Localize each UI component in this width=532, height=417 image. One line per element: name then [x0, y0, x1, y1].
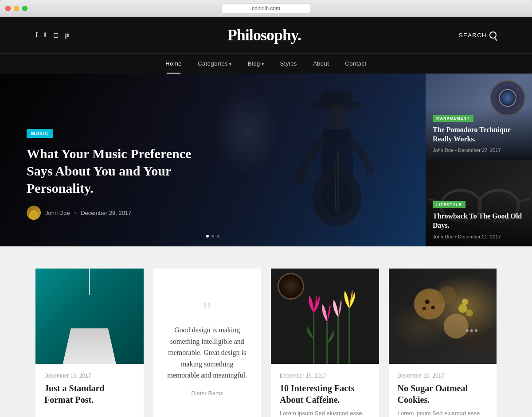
- browser-window: colorlib.com f 𝕥 ◻ 𝕡 Philosophy. SEARCH …: [0, 0, 532, 417]
- lamp-cord: [89, 269, 90, 295]
- card-2-tag: LIFESTYLE: [433, 201, 466, 208]
- hero-card-2-content: LIFESTYLE Throwback To The Good Old Days…: [426, 193, 532, 246]
- card-1-meta: John Doe • December 27, 2017: [433, 148, 525, 153]
- post-card-3[interactable]: December 15, 2017 10 Interesting Facts A…: [271, 269, 379, 417]
- hero-meta: John Doe • December 29, 2017: [27, 206, 217, 220]
- posts-section: December 15, 2017 Just a Standard Format…: [0, 246, 532, 417]
- avatar-face: [29, 210, 38, 220]
- minimize-button[interactable]: [14, 6, 19, 11]
- posts-grid: December 15, 2017 Just a Standard Format…: [35, 269, 497, 417]
- hero-card-1-content: MANAGEMENT The Pomodoro Technique Really…: [426, 106, 532, 160]
- card-2-title: Throwback To The Good Old Days.: [433, 212, 525, 230]
- card-1-tag: MANAGEMENT: [433, 115, 473, 122]
- site-header: f 𝕥 ◻ 𝕡 Philosophy. SEARCH: [0, 17, 532, 53]
- camera-lens: [499, 89, 516, 107]
- coffee-illustration: [271, 269, 379, 364]
- svg-point-26: [462, 299, 468, 305]
- slider-dot-3[interactable]: [217, 235, 219, 238]
- post-card-1-image: [35, 269, 144, 364]
- post-card-3-image: [271, 269, 379, 364]
- close-button[interactable]: [5, 6, 11, 11]
- hero-title: What Your Music Preference Says About Yo…: [27, 145, 217, 197]
- card-2-meta: John Doe • December 21, 2017: [433, 234, 525, 239]
- post-3-date: December 15, 2017: [280, 373, 370, 379]
- hero-content: MUSIC What Your Music Preference Says Ab…: [27, 129, 217, 220]
- search-icon: [489, 31, 497, 39]
- social-icons: f 𝕥 ◻ 𝕡: [35, 31, 70, 39]
- nav-item-blog[interactable]: Blog: [240, 54, 272, 74]
- hero-separator: •: [74, 210, 77, 216]
- svg-point-31: [470, 329, 473, 332]
- url-bar[interactable]: colorlib.com: [222, 4, 310, 13]
- quote-author: Dieter Rams: [191, 390, 223, 397]
- quote-text: Good design is making something intellig…: [164, 324, 250, 381]
- svg-point-29: [422, 307, 426, 310]
- browser-titlebar: colorlib.com: [0, 0, 532, 17]
- post-card-1[interactable]: December 15, 2017 Just a Standard Format…: [35, 269, 144, 417]
- hero-section: MUSIC What Your Music Preference Says Ab…: [0, 74, 532, 246]
- nav-item-about[interactable]: About: [305, 54, 337, 74]
- hero-author: John Doe: [45, 210, 70, 216]
- card-2-date: December 21, 2017: [458, 234, 501, 239]
- svg-point-23: [438, 286, 456, 304]
- svg-point-30: [466, 329, 468, 332]
- browser-dots: [5, 6, 27, 11]
- post-card-2[interactable]: " Good design is making something intell…: [153, 269, 262, 417]
- food-items: [389, 269, 497, 364]
- svg-point-32: [474, 329, 477, 332]
- card-2-author: John Doe: [433, 234, 454, 239]
- post-1-date: December 15, 2017: [44, 373, 135, 379]
- hero-category-tag: MUSIC: [27, 129, 53, 138]
- hero-sidebar: MANAGEMENT The Pomodoro Technique Really…: [426, 74, 532, 246]
- instagram-icon[interactable]: ◻: [53, 31, 59, 39]
- facebook-icon[interactable]: f: [35, 31, 38, 39]
- nav-item-contact[interactable]: Contact: [337, 54, 374, 74]
- card-1-date: December 27, 2017: [458, 148, 501, 153]
- post-4-excerpt: Lorem ipsum Sed eiusmod esse: [398, 409, 488, 417]
- svg-point-25: [466, 309, 473, 316]
- post-4-date: December 10, 2017: [398, 373, 488, 379]
- nav-item-styles[interactable]: Styles: [272, 54, 305, 74]
- site-logo[interactable]: Philosophy.: [227, 26, 301, 44]
- search-label: SEARCH: [459, 32, 487, 39]
- svg-point-22: [443, 314, 468, 339]
- card-1-author: John Doe: [433, 148, 454, 153]
- hero-card-2[interactable]: LIFESTYLE Throwback To The Good Old Days…: [426, 160, 532, 247]
- flowers-illustration: [271, 269, 379, 364]
- site-content: f 𝕥 ◻ 𝕡 Philosophy. SEARCH Home Categori…: [0, 17, 532, 417]
- slider-dot-2[interactable]: [211, 235, 214, 238]
- quote-mark: ": [203, 304, 211, 316]
- svg-point-27: [425, 300, 429, 304]
- hero-main[interactable]: MUSIC What Your Music Preference Says Ab…: [0, 74, 426, 246]
- hero-date: December 29, 2017: [81, 210, 131, 216]
- food-illustration: [389, 269, 497, 364]
- maximize-button[interactable]: [22, 6, 27, 11]
- post-3-title: 10 Interesting Facts About Caffeine.: [280, 382, 370, 405]
- svg-point-24: [458, 304, 467, 313]
- post-1-title: Just a Standard Format Post.: [44, 382, 135, 405]
- slider-dots: [206, 235, 219, 238]
- post-3-excerpt: Lorem ipsum Sed eiusmod esse: [280, 409, 370, 417]
- pinterest-icon[interactable]: 𝕡: [65, 31, 70, 39]
- post-card-1-body: December 15, 2017 Just a Standard Format…: [35, 364, 144, 414]
- search-button[interactable]: SEARCH: [459, 31, 497, 39]
- main-nav: Home Categories Blog Styles About Contac…: [0, 53, 532, 74]
- slider-dot-1[interactable]: [206, 235, 209, 238]
- post-card-4-body: December 10, 2017 No Sugar Oatmeal Cooki…: [389, 364, 497, 417]
- nav-item-categories[interactable]: Categories: [190, 54, 240, 74]
- hero-avatar: [27, 206, 41, 220]
- lamp-illustration: [35, 269, 144, 364]
- post-card-4-image: [389, 269, 497, 364]
- hero-card-1[interactable]: MANAGEMENT The Pomodoro Technique Really…: [426, 74, 532, 160]
- twitter-icon[interactable]: 𝕥: [44, 31, 47, 39]
- lamp-shade: [63, 328, 116, 364]
- nav-item-home[interactable]: Home: [157, 54, 190, 74]
- svg-point-28: [431, 306, 434, 309]
- post-4-title: No Sugar Oatmeal Cookies.: [398, 382, 488, 405]
- card-1-title: The Pomodoro Technique Really Works.: [433, 125, 525, 144]
- post-card-3-body: December 15, 2017 10 Interesting Facts A…: [271, 364, 379, 417]
- post-card-4[interactable]: December 10, 2017 No Sugar Oatmeal Cooki…: [389, 269, 497, 417]
